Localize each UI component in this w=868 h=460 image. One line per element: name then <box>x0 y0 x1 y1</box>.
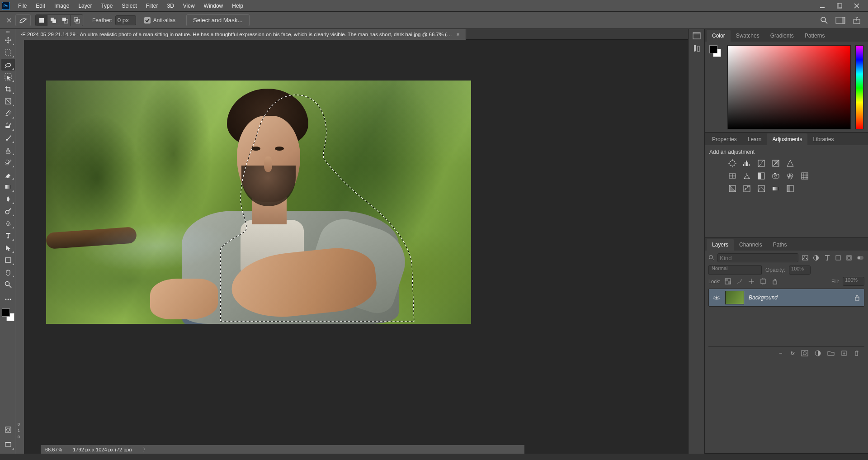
layer-visibility-icon[interactable] <box>712 294 721 301</box>
tab-learn[interactable]: Learn <box>742 133 767 145</box>
tab-swatches[interactable]: Swatches <box>731 30 765 42</box>
selection-add[interactable] <box>47 15 59 26</box>
adj-gradient-map-icon[interactable] <box>771 184 781 193</box>
menu-view[interactable]: View <box>179 1 199 10</box>
new-adjustment-layer-icon[interactable] <box>815 350 821 356</box>
workspace-switcher-icon[interactable] <box>835 17 845 24</box>
brush-tool[interactable] <box>1 132 15 144</box>
layer-search-icon[interactable] <box>708 255 715 261</box>
status-chevron-icon[interactable]: 〉 <box>143 446 148 453</box>
filter-shape-icon[interactable] <box>834 253 842 262</box>
menu-select[interactable]: Select <box>117 1 141 10</box>
menu-edit[interactable]: Edit <box>31 1 50 10</box>
type-tool[interactable] <box>1 230 15 242</box>
delete-layer-icon[interactable] <box>854 350 860 356</box>
canvas-viewport[interactable]: 66.67% 1792 px x 1024 px (72 ppi) 〉 <box>24 48 688 454</box>
adj-curves-icon[interactable] <box>756 159 766 168</box>
object-selection-tool[interactable] <box>1 71 15 83</box>
fill-input[interactable]: 100% <box>843 277 864 286</box>
ruler-vertical[interactable]: 010 <box>16 48 24 454</box>
tab-paths[interactable]: Paths <box>768 239 793 251</box>
lock-artboard-icon[interactable] <box>759 277 767 285</box>
frame-tool[interactable] <box>1 95 15 107</box>
rectangular-marquee-tool[interactable] <box>1 47 15 58</box>
eyedropper-tool[interactable] <box>1 108 15 119</box>
filter-adjust-icon[interactable] <box>812 253 820 262</box>
close-button[interactable] <box>851 2 863 9</box>
blend-mode-select[interactable]: Normal <box>708 265 762 275</box>
lasso-tool[interactable] <box>1 59 15 71</box>
color-saturation-field[interactable] <box>727 45 851 129</box>
color-fgbg-swatch[interactable] <box>709 45 723 128</box>
close-tab-icon[interactable] <box>3 18 15 23</box>
tab-adjustments[interactable]: Adjustments <box>767 133 807 145</box>
blur-tool[interactable] <box>1 193 15 205</box>
layer-filter-kind[interactable] <box>717 253 798 262</box>
minimize-button[interactable] <box>816 2 828 9</box>
adj-brightness-contrast-icon[interactable] <box>727 159 737 168</box>
path-selection-tool[interactable] <box>1 242 15 254</box>
adj-exposure-icon[interactable] <box>771 159 781 168</box>
tab-properties[interactable]: Properties <box>707 133 742 145</box>
maximize-button[interactable] <box>834 2 845 9</box>
new-group-icon[interactable] <box>827 350 835 356</box>
document-tab-close-icon[interactable]: × <box>455 32 461 37</box>
lock-image-icon[interactable] <box>736 277 744 285</box>
tab-gradients[interactable]: Gradients <box>765 30 799 42</box>
canvas[interactable] <box>46 81 471 324</box>
hand-tool[interactable] <box>1 266 15 278</box>
select-and-mask-button[interactable]: Select and Mask... <box>186 14 250 26</box>
tab-color[interactable]: Color <box>707 30 731 42</box>
adj-channel-mixer-icon[interactable] <box>785 171 795 180</box>
layer-style-icon[interactable]: fx <box>791 350 795 356</box>
menu-filter[interactable]: Filter <box>142 1 163 10</box>
opacity-input[interactable]: 100% <box>789 266 811 275</box>
link-layers-icon[interactable] <box>777 351 784 356</box>
adj-invert-icon[interactable] <box>727 184 737 193</box>
layer-row-background[interactable]: Background <box>708 289 864 307</box>
document-tab[interactable]: ·E 2024-05-29 21.14.29 - An ultra-realis… <box>16 29 466 40</box>
toolbox-grip-icon[interactable] <box>0 31 16 34</box>
crop-tool[interactable] <box>1 83 15 95</box>
menu-layer[interactable]: Layer <box>74 1 96 10</box>
add-mask-icon[interactable] <box>801 350 808 356</box>
quick-mask-icon[interactable] <box>1 424 15 436</box>
adj-hue-saturation-icon[interactable] <box>727 171 737 180</box>
menu-3d[interactable]: 3D <box>162 1 178 10</box>
foreground-background-colors[interactable] <box>2 308 14 321</box>
lock-position-icon[interactable] <box>747 277 755 285</box>
tab-patterns[interactable]: Patterns <box>799 30 830 42</box>
menu-file[interactable]: File <box>14 1 31 10</box>
lock-transparency-icon[interactable] <box>724 277 732 285</box>
status-zoom[interactable]: 66.67% <box>45 447 62 452</box>
menu-type[interactable]: Type <box>96 1 117 10</box>
pen-tool[interactable] <box>1 218 15 229</box>
zoom-tool[interactable] <box>1 279 15 290</box>
menu-image[interactable]: Image <box>50 1 74 10</box>
adj-levels-icon[interactable] <box>742 159 752 168</box>
adj-photo-filter-icon[interactable] <box>771 171 781 180</box>
filter-pixel-icon[interactable] <box>801 253 809 262</box>
layer-locked-icon[interactable] <box>854 294 860 301</box>
adj-color-balance-icon[interactable] <box>742 171 752 180</box>
adj-posterize-icon[interactable] <box>742 184 752 193</box>
menu-help[interactable]: Help <box>227 1 248 10</box>
eraser-tool[interactable] <box>1 169 15 180</box>
edit-toolbar-icon[interactable] <box>1 294 15 305</box>
adj-threshold-icon[interactable] <box>756 184 766 193</box>
adj-black-white-icon[interactable] <box>756 171 766 180</box>
selection-subtract[interactable] <box>59 15 71 26</box>
brush-settings-panel-icon[interactable] <box>692 44 701 53</box>
adj-vibrance-icon[interactable] <box>785 159 795 168</box>
lock-all-icon[interactable] <box>771 277 779 285</box>
adj-selective-color-icon[interactable] <box>785 184 795 193</box>
filter-toggle-icon[interactable] <box>856 253 864 262</box>
move-tool[interactable] <box>1 34 15 46</box>
search-icon[interactable] <box>820 16 828 24</box>
tab-channels[interactable]: Channels <box>734 239 768 251</box>
new-layer-icon[interactable] <box>841 350 847 356</box>
share-icon[interactable] <box>853 16 861 24</box>
clone-stamp-tool[interactable] <box>1 144 15 156</box>
history-brush-tool[interactable] <box>1 156 15 168</box>
gradient-tool[interactable] <box>1 181 15 193</box>
